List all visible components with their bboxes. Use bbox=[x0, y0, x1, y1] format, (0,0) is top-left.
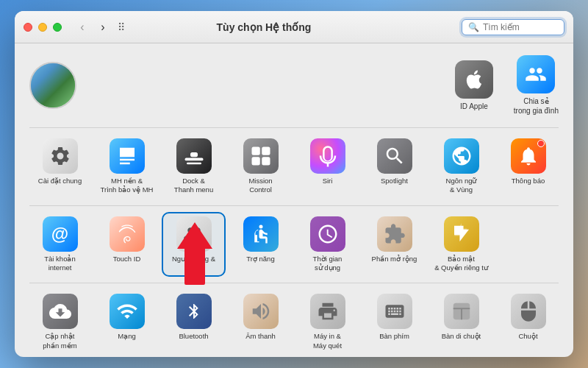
trackpad-label: Bàn di chuột bbox=[442, 332, 481, 341]
svg-rect-3 bbox=[251, 147, 259, 155]
pref-keyboard[interactable]: Bàn phím bbox=[364, 291, 425, 353]
pref-extensions[interactable]: Phần mở rộng bbox=[364, 213, 425, 276]
search-input[interactable] bbox=[483, 22, 558, 32]
mission-label: MissionControl bbox=[248, 177, 272, 195]
pref-siri[interactable]: Siri bbox=[297, 135, 358, 198]
desktop-label: MH nền &Trình bảo vệ MH bbox=[101, 177, 154, 195]
pref-language[interactable]: Ngôn ngữ& Vùng bbox=[431, 135, 492, 198]
svg-rect-1 bbox=[187, 163, 201, 165]
pref-empty-1 bbox=[498, 213, 559, 276]
dock-icon bbox=[176, 138, 212, 174]
minimize-button[interactable] bbox=[38, 23, 47, 32]
general-label: Cài đặt chung bbox=[38, 177, 82, 185]
apple-id-section[interactable]: ID Apple bbox=[455, 60, 493, 111]
pref-printers[interactable]: Máy in &Máy quét bbox=[297, 291, 358, 353]
grid-view-button[interactable]: ⠿ bbox=[118, 21, 125, 33]
pref-security[interactable]: Bảo mật& Quyền riêng tư bbox=[431, 213, 492, 276]
pref-accessibility[interactable]: Trợ năng bbox=[230, 213, 291, 276]
mission-icon bbox=[243, 138, 279, 174]
family-section[interactable]: Chia sẻtrong gia đình bbox=[514, 55, 559, 116]
keyboard-icon bbox=[377, 294, 412, 329]
network-icon bbox=[110, 294, 145, 329]
top-profile-row: ID Apple Chia sẻtrong gia đình bbox=[29, 55, 559, 116]
users-label: Người dùng &Nhóm bbox=[172, 255, 215, 273]
system-preferences-window: ‹ › ⠿ Tùy chọn Hệ thống 🔍 ID App bbox=[15, 11, 573, 357]
touchid-label: Touch ID bbox=[113, 255, 141, 263]
svg-rect-4 bbox=[262, 147, 270, 155]
prefs-row-1: Cài đặt chung MH nền &Trình bảo vệ MH bbox=[29, 135, 559, 198]
content-area: ID Apple Chia sẻtrong gia đình bbox=[15, 43, 573, 357]
divider-3 bbox=[29, 283, 559, 283]
divider-1 bbox=[29, 127, 559, 128]
spotlight-label: Spotlight bbox=[381, 177, 408, 185]
dock-label: Dock &Thanh menu bbox=[174, 177, 213, 195]
pref-sound[interactable]: Âm thanh bbox=[230, 291, 291, 353]
software-label: Cập nhậtphần mềm bbox=[43, 332, 76, 350]
pref-notifications[interactable]: Thông báo bbox=[498, 135, 559, 198]
pref-bluetooth[interactable]: Bluetooth bbox=[163, 291, 224, 353]
users-icon bbox=[176, 216, 212, 252]
svg-rect-2 bbox=[190, 152, 198, 157]
prefs-grid-wrapper: Cài đặt chung MH nền &Trình bảo vệ MH bbox=[29, 135, 559, 357]
screentime-label: Thời giansử dụng bbox=[313, 255, 343, 273]
pref-screentime[interactable]: Thời giansử dụng bbox=[297, 213, 358, 276]
nav-buttons: ‹ › bbox=[74, 18, 112, 36]
general-icon bbox=[43, 138, 78, 174]
security-icon bbox=[444, 216, 479, 252]
pref-users[interactable]: Người dùng &Nhóm bbox=[163, 213, 224, 276]
extensions-label: Phần mở rộng bbox=[372, 255, 417, 263]
pref-touchid[interactable]: Touch ID bbox=[96, 213, 157, 276]
sound-label: Âm thanh bbox=[245, 332, 276, 341]
forward-button[interactable]: › bbox=[94, 18, 112, 36]
family-icon bbox=[517, 55, 555, 93]
pref-mission[interactable]: MissionControl bbox=[230, 135, 291, 198]
language-label: Ngôn ngữ& Vùng bbox=[446, 177, 477, 195]
maximize-button[interactable] bbox=[53, 23, 62, 32]
user-avatar[interactable] bbox=[29, 62, 76, 109]
pref-spotlight[interactable]: Spotlight bbox=[364, 135, 425, 198]
keyboard-label: Bàn phím bbox=[379, 332, 409, 341]
internet-label: Tài khoảninternet bbox=[44, 255, 75, 273]
sound-icon bbox=[243, 294, 279, 329]
language-icon bbox=[444, 138, 479, 174]
printers-label: Máy in &Máy quét bbox=[313, 332, 342, 350]
internet-icon: @ bbox=[43, 216, 78, 252]
siri-label: Siri bbox=[323, 177, 333, 185]
pref-trackpad[interactable]: Bàn di chuột bbox=[431, 291, 492, 353]
pref-mouse[interactable]: Chuột bbox=[498, 291, 559, 353]
trackpad-icon bbox=[444, 294, 479, 329]
notifications-icon bbox=[511, 138, 546, 174]
family-label: Chia sẻtrong gia đình bbox=[514, 96, 559, 116]
siri-icon bbox=[310, 138, 345, 174]
mouse-label: Chuột bbox=[518, 332, 537, 341]
svg-point-7 bbox=[259, 224, 262, 228]
bluetooth-label: Bluetooth bbox=[179, 332, 208, 341]
svg-rect-0 bbox=[184, 158, 203, 161]
search-box[interactable]: 🔍 bbox=[462, 19, 564, 35]
desktop-icon bbox=[110, 138, 145, 174]
divider-2 bbox=[29, 205, 559, 206]
pref-dock[interactable]: Dock &Thanh menu bbox=[163, 135, 224, 198]
touchid-icon bbox=[110, 216, 145, 252]
prefs-row-3: Cập nhậtphần mềm Mạng bbox=[29, 291, 559, 353]
back-button[interactable]: ‹ bbox=[74, 18, 91, 36]
avatar-image bbox=[31, 63, 75, 107]
svg-rect-6 bbox=[262, 157, 270, 165]
pref-desktop[interactable]: MH nền &Trình bảo vệ MH bbox=[96, 135, 157, 198]
printers-icon bbox=[310, 294, 345, 329]
network-label: Mạng bbox=[118, 332, 135, 341]
software-icon bbox=[43, 294, 78, 329]
bluetooth-icon bbox=[176, 294, 212, 329]
pref-software[interactable]: Cập nhậtphần mềm bbox=[29, 291, 90, 353]
search-icon: 🔍 bbox=[468, 22, 479, 32]
pref-network[interactable]: Mạng bbox=[96, 291, 157, 353]
spotlight-icon bbox=[377, 138, 412, 174]
accessibility-label: Trợ năng bbox=[246, 255, 274, 263]
close-button[interactable] bbox=[24, 23, 32, 32]
window-title: Tùy chọn Hệ thống bbox=[125, 21, 403, 33]
mouse-icon bbox=[511, 294, 546, 329]
pref-general[interactable]: Cài đặt chung bbox=[29, 135, 90, 198]
traffic-lights bbox=[24, 23, 62, 32]
pref-internet[interactable]: @ Tài khoảninternet bbox=[29, 213, 90, 276]
apple-id-icon bbox=[455, 60, 493, 99]
